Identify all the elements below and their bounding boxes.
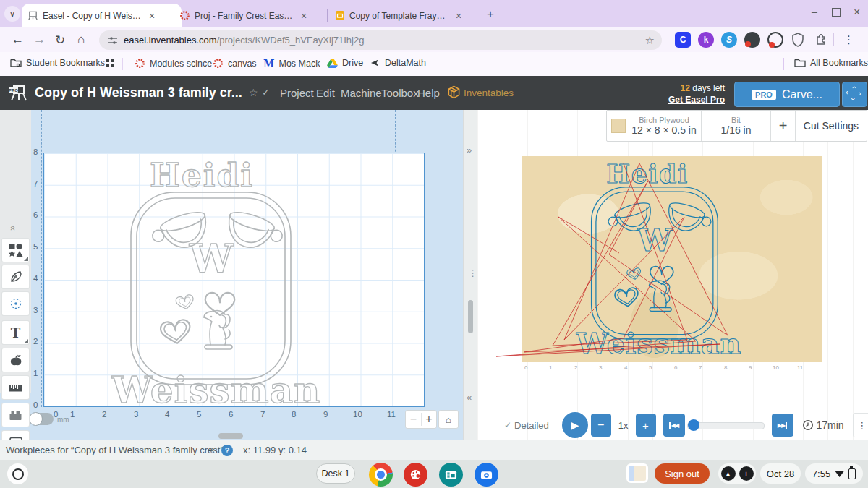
vertical-scrollbar[interactable] [468, 300, 473, 333]
launcher-button[interactable] [7, 463, 28, 484]
expand-panel-icon[interactable]: » [467, 145, 472, 155]
tab-easel[interactable]: Easel - Copy of H Weissman 3 × [22, 4, 182, 27]
fullscreen-arrows-button[interactable]: › › › › [842, 82, 867, 107]
shapes-tool[interactable] [2, 239, 29, 262]
new-tab-button[interactable]: + [482, 6, 499, 23]
sim-menu-button[interactable]: ⋮ [853, 413, 868, 437]
unit-toggle[interactable] [29, 413, 54, 425]
privacy-shield-icon[interactable] [791, 32, 805, 48]
canvas-app-icon[interactable] [404, 463, 427, 487]
desk-button[interactable]: Desk 1 [316, 463, 355, 484]
speed-up-button[interactable]: + [636, 414, 656, 437]
caret-up-icon[interactable]: ▲ [721, 466, 736, 481]
divider-handle-icon[interactable]: ⋮ [468, 267, 477, 278]
workpieces-label[interactable]: Workpieces for “Copy of H Weissman 3 fam… [6, 445, 224, 455]
extensions-puzzle-icon[interactable] [814, 32, 828, 46]
get-easel-pro-link[interactable]: Get Easel Pro [651, 95, 725, 105]
apps-grid-icon[interactable] [106, 59, 116, 69]
window-restore-button[interactable] [832, 8, 841, 17]
system-tray[interactable]: 7:55 [805, 463, 863, 484]
detailed-label[interactable]: Detailed [514, 420, 549, 431]
text-tool[interactable]: T [2, 321, 29, 344]
tab-close-icon[interactable]: × [147, 10, 157, 22]
add-icon[interactable]: + [739, 466, 754, 481]
play-button[interactable]: ▶ [562, 412, 588, 438]
camera-app-icon[interactable] [475, 463, 498, 487]
site-settings-icon[interactable] [108, 35, 118, 46]
tab-search-button[interactable]: ∨ [4, 6, 20, 22]
date-display[interactable]: Oct 28 [760, 463, 801, 484]
sign-out-button[interactable]: Sign out [655, 463, 710, 484]
bookmark-student-bookmarks[interactable]: Student Bookmarks [10, 58, 105, 68]
omnibox[interactable]: easel.inventables.com/projects/KWDef5_hV… [99, 30, 662, 50]
slides-favicon-icon [335, 10, 345, 21]
window-close-button[interactable]: × [854, 6, 860, 19]
window-minimize-button[interactable]: – [812, 6, 817, 17]
securly-extension-icon[interactable]: S [721, 32, 737, 48]
tab-classroom[interactable]: Proj - Family Crest Easel & X-ca × [174, 4, 333, 27]
status-tray-buttons[interactable]: ▲ + [718, 463, 756, 484]
tab-frayer[interactable]: Copy of Template Frayer Mode × [329, 4, 489, 27]
bookmark-modules[interactable]: Modules scince [135, 58, 212, 69]
reload-icon[interactable]: ↻ [55, 33, 65, 48]
securly-scanner-extension-icon[interactable] [767, 32, 783, 48]
chrome-app-icon[interactable] [369, 463, 393, 487]
collapse-workpieces-icon[interactable]: » [207, 448, 217, 453]
origin-tool[interactable] [2, 292, 29, 315]
bookmark-star-icon[interactable]: ☆ [645, 34, 655, 47]
bookmark-drive[interactable]: Drive [327, 58, 363, 68]
crest-design-canvas[interactable] [29, 110, 463, 440]
skip-end-button[interactable]: ▶▶ [772, 414, 793, 437]
skip-start-button[interactable]: ◀◀ [663, 414, 685, 437]
bookmark-deltamath[interactable]: DeltaMath [370, 58, 426, 68]
inventables-brand[interactable]: Inventables [464, 87, 514, 98]
tab-close-icon[interactable]: × [299, 10, 309, 22]
project-title[interactable]: Copy of H Weissman 3 family cr... [35, 85, 246, 100]
menu-edit[interactable]: Edit [316, 87, 335, 99]
window-preview-icon[interactable] [626, 463, 648, 483]
bookmark-mos-mack[interactable]: M Mos Mack [263, 58, 320, 69]
arrow-right-icon: › [859, 89, 861, 98]
menu-project[interactable]: Project [280, 87, 314, 99]
easel-header: PRO Copy of H Weissman 3 family cr... ☆ … [0, 76, 868, 110]
clever-extension-icon[interactable]: C [675, 32, 691, 48]
panel-divider[interactable]: » ⋮ « [463, 110, 477, 440]
horizontal-scrollbar[interactable] [218, 433, 243, 439]
kami-extension-icon[interactable]: k [698, 32, 714, 48]
material-selector[interactable]: Birch Plywood 12 × 8 × 0.5 in [607, 111, 702, 141]
brick-tool[interactable] [2, 403, 29, 427]
bookmark-canvas[interactable]: canvas [213, 58, 257, 69]
favorite-star-icon[interactable]: ☆ [249, 87, 258, 98]
carve-button[interactable]: PRO Carve... [734, 82, 840, 107]
screencast-app-icon[interactable] [439, 463, 463, 487]
home-icon[interactable]: ⌂ [77, 33, 85, 47]
progress-thumb[interactable] [688, 419, 699, 431]
zoom-home-button[interactable]: ⌂ [438, 410, 459, 429]
collapse-panel-icon[interactable]: « [467, 392, 472, 403]
zoom-out-button[interactable]: − [406, 413, 422, 426]
menu-help[interactable]: Help [417, 87, 440, 99]
browser-menu-icon[interactable]: ⋮ [843, 33, 854, 46]
design-library-tool[interactable] [2, 348, 29, 372]
bit-selector[interactable]: Bit 1/16 in [702, 111, 771, 141]
time-display: 7:55 [812, 468, 830, 479]
back-icon[interactable]: ← [12, 33, 24, 47]
tab-close-icon[interactable]: × [454, 10, 464, 22]
zoom-in-button[interactable]: + [422, 413, 436, 426]
cut-settings-button[interactable]: Cut Settings [796, 111, 867, 141]
pen-tool[interactable] [2, 265, 29, 288]
forward-icon[interactable]: → [33, 33, 46, 47]
goguardian-extension-icon[interactable] [744, 32, 760, 48]
chromeos-shelf: Desk 1 Sign out ▲ + Oct 28 7:55 [0, 460, 868, 488]
all-bookmarks-button[interactable]: All Bookmarks [794, 58, 868, 68]
help-icon[interactable]: ? [221, 445, 233, 456]
collapse-tools-icon[interactable]: » [7, 226, 17, 231]
add-bit-button[interactable]: + [771, 111, 796, 141]
arrow-down-icon: › [849, 98, 858, 100]
menu-toolbox[interactable]: Toolbox [381, 87, 419, 99]
menu-machine[interactable]: Machine [341, 87, 382, 99]
detailed-check-icon[interactable]: ✓ [504, 420, 511, 430]
easel-pro-logo-icon[interactable]: PRO [8, 85, 28, 102]
dimensions-tool[interactable] [2, 376, 29, 399]
speed-down-button[interactable]: − [591, 414, 611, 437]
